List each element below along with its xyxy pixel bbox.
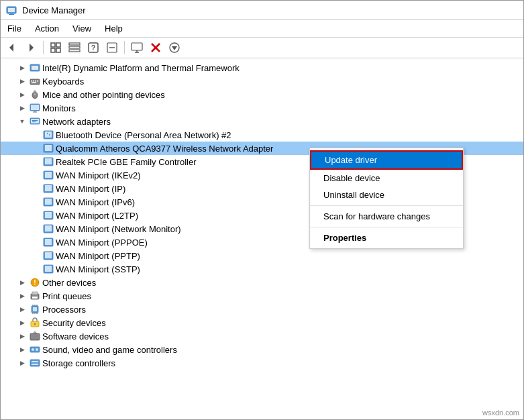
toggle-security[interactable]: ▶ xyxy=(17,317,28,328)
svg-rect-10 xyxy=(69,43,80,45)
ctx-disable-device[interactable]: Disable device xyxy=(310,170,463,187)
toggle-network[interactable]: ▼ xyxy=(17,116,28,127)
toolbar-btn-help[interactable]: ? xyxy=(85,40,102,56)
tree-item-security[interactable]: ▶ Security devices xyxy=(1,316,523,329)
tree-item-network[interactable]: ▼ Network adapters xyxy=(1,115,523,128)
svg-rect-60 xyxy=(45,225,52,231)
toggle-software[interactable]: ▶ xyxy=(17,331,28,342)
tree-item-intel[interactable]: ▶ Intel(R) Dynamic Platform and Thermal … xyxy=(1,61,523,74)
tree-item-processors[interactable]: ▶ Processors xyxy=(1,303,523,316)
tree-item-storage[interactable]: ▶ Storage controllers xyxy=(1,356,523,370)
icon-network xyxy=(30,116,40,127)
svg-rect-25 xyxy=(32,66,38,70)
window-title: Device Manager xyxy=(22,5,86,15)
svg-rect-6 xyxy=(51,43,55,47)
label-wan-ikev2: WAN Miniport (IKEv2) xyxy=(56,170,141,180)
toolbar-btn-3[interactable] xyxy=(103,40,121,56)
toolbar-btn-2[interactable] xyxy=(66,40,83,56)
label-monitors: Monitors xyxy=(42,103,76,113)
svg-text:?: ? xyxy=(91,44,96,52)
toggle-print[interactable]: ▶ xyxy=(17,291,28,301)
toggle-mice[interactable]: ▶ xyxy=(17,89,28,100)
toggle-storage[interactable]: ▶ xyxy=(17,358,28,368)
app-icon xyxy=(6,5,17,15)
toolbar-separator-1 xyxy=(43,41,44,54)
label-sound: Sound, video and game controllers xyxy=(42,345,177,355)
svg-rect-89 xyxy=(32,364,38,365)
tree-item-other[interactable]: ▶ ! Other devices xyxy=(1,276,523,289)
ctx-uninstall-device[interactable]: Uninstall device xyxy=(310,187,463,203)
toolbar-btn-download[interactable] xyxy=(166,40,183,56)
tree-item-mice[interactable]: ▶ Mice and other pointing devices xyxy=(1,88,523,101)
ctx-separator-1 xyxy=(310,205,463,206)
toolbar-separator-2 xyxy=(124,41,125,54)
icon-wan-pppoe xyxy=(43,237,54,248)
toggle-keyboards[interactable]: ▶ xyxy=(17,76,28,87)
svg-rect-12 xyxy=(69,50,80,52)
label-keyboards: Keyboards xyxy=(42,76,84,87)
tree-item-wan-sstp[interactable]: ▶ WAN Miniport (SSTP) xyxy=(1,262,523,276)
svg-rect-73 xyxy=(33,307,37,311)
svg-text:!: ! xyxy=(34,279,36,286)
toggle-sound[interactable]: ▶ xyxy=(17,344,28,355)
svg-rect-88 xyxy=(32,361,38,362)
icon-realtek xyxy=(43,156,54,167)
tree-item-keyboards[interactable]: ▶ Keyboards xyxy=(1,74,523,88)
menu-view[interactable]: View xyxy=(66,21,98,36)
ctx-update-driver[interactable]: Update driver xyxy=(310,150,463,170)
watermark: wsxdn.com xyxy=(482,409,519,417)
tree-item-bluetooth[interactable]: ▶ Bluetooth Device (Personal Area Networ… xyxy=(1,128,523,142)
icon-wan-l2tp xyxy=(43,210,54,221)
tree-item-wan-pptp[interactable]: ▶ WAN Miniport (PPTP) xyxy=(1,249,523,262)
device-manager-window: Device Manager File Action View Help xyxy=(0,0,524,420)
svg-rect-1 xyxy=(8,8,15,12)
icon-software xyxy=(30,331,40,342)
tree-item-sound[interactable]: ▶ Sound, video and game controllers xyxy=(1,343,523,356)
icon-wan-ip xyxy=(43,183,54,194)
svg-rect-58 xyxy=(45,212,52,218)
icon-monitors xyxy=(30,103,40,113)
svg-rect-8 xyxy=(51,48,55,52)
menu-bar: File Action View Help xyxy=(1,20,523,38)
svg-rect-44 xyxy=(45,132,52,138)
label-print: Print queues xyxy=(42,291,91,301)
tree-item-print[interactable]: ▶ Print queues xyxy=(1,289,523,303)
label-wan-pppoe: WAN Miniport (PPPOE) xyxy=(56,238,148,248)
back-button[interactable] xyxy=(3,40,21,56)
tree-item-monitors[interactable]: ▶ Monitors xyxy=(1,101,523,115)
svg-marker-83 xyxy=(33,331,37,333)
toggle-monitors[interactable]: ▶ xyxy=(17,103,28,113)
menu-file[interactable]: File xyxy=(1,21,28,36)
ctx-properties[interactable]: Properties xyxy=(310,229,463,246)
toggle-processors[interactable]: ▶ xyxy=(17,304,28,315)
toolbar-btn-remove[interactable] xyxy=(147,40,164,56)
toolbar-btn-monitor[interactable] xyxy=(128,40,146,56)
title-bar: Device Manager xyxy=(1,1,523,20)
toggle-intel[interactable]: ▶ xyxy=(17,62,28,73)
svg-rect-9 xyxy=(56,48,60,52)
svg-rect-40 xyxy=(31,119,39,123)
forward-button[interactable] xyxy=(22,40,40,56)
icon-qualcomm xyxy=(43,143,54,154)
svg-rect-2 xyxy=(10,13,13,14)
svg-rect-7 xyxy=(56,43,60,47)
icon-sound xyxy=(30,344,40,355)
menu-action[interactable]: Action xyxy=(28,21,66,36)
svg-point-86 xyxy=(36,348,38,351)
label-wan-pptp: WAN Miniport (PPTP) xyxy=(56,251,140,261)
tree-item-software[interactable]: ▶ Software devices xyxy=(1,329,523,343)
icon-keyboards xyxy=(30,76,40,87)
ctx-separator-2 xyxy=(310,227,463,227)
icon-wan-pptp xyxy=(43,250,54,261)
svg-rect-64 xyxy=(45,252,52,258)
label-storage: Storage controllers xyxy=(42,358,115,368)
menu-help[interactable]: Help xyxy=(98,21,129,36)
toggle-other[interactable]: ▶ xyxy=(17,277,28,288)
svg-rect-11 xyxy=(69,46,80,48)
ctx-scan[interactable]: Scan for hardware changes xyxy=(310,208,463,225)
icon-wan-nm xyxy=(43,223,54,234)
toolbar-btn-1[interactable] xyxy=(47,40,64,56)
svg-rect-87 xyxy=(30,360,40,366)
svg-rect-30 xyxy=(37,81,38,82)
label-network: Network adapters xyxy=(42,117,111,127)
